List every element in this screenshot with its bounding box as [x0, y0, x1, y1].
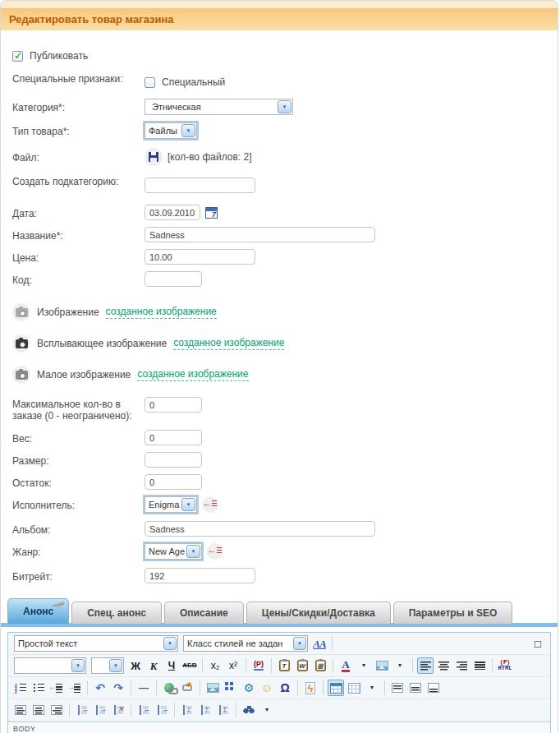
background-color-icon[interactable]	[374, 657, 390, 674]
image-chip[interactable]	[12, 303, 30, 321]
element-path-bar[interactable]: BODY	[8, 721, 550, 733]
html-source-icon[interactable]: (P)HTML	[497, 657, 513, 674]
cell-align-left-icon[interactable]	[12, 702, 29, 718]
chevron-down-icon[interactable]	[186, 545, 200, 558]
chevron-down-icon[interactable]	[181, 124, 195, 137]
popup-image-chip[interactable]	[12, 334, 30, 353]
settings-icon[interactable]: ⚙	[241, 680, 257, 696]
chevron-down-icon[interactable]	[71, 659, 85, 672]
split-cell-icon[interactable]	[215, 702, 232, 718]
font-dialog-icon[interactable]: AA	[311, 635, 328, 652]
redo-icon[interactable]: ↷	[110, 680, 126, 696]
unordered-list-icon[interactable]	[30, 680, 47, 696]
find-dropdown-icon[interactable]: ▾	[259, 702, 275, 718]
cell-align-center-icon[interactable]	[30, 702, 47, 718]
font-size-select[interactable]	[91, 657, 124, 674]
insert-table-icon[interactable]	[328, 680, 344, 696]
subcategory-input[interactable]	[145, 177, 255, 193]
cell-valign-top-icon[interactable]	[389, 680, 406, 696]
horizontal-rule-icon[interactable]: —	[135, 680, 152, 696]
size-input[interactable]	[145, 452, 202, 468]
underline-icon[interactable]: Ч	[163, 657, 180, 674]
add-genre-chip[interactable]	[207, 543, 223, 560]
bold-icon[interactable]: Ж	[127, 657, 144, 674]
image-created-link[interactable]: созданное изображение	[106, 306, 217, 319]
file-chip[interactable]	[145, 148, 163, 166]
indent-icon[interactable]	[67, 680, 83, 696]
small-image-chip[interactable]	[12, 366, 30, 384]
insert-link-icon[interactable]	[161, 680, 177, 696]
chevron-down-icon[interactable]	[109, 659, 122, 672]
paragraph-format-select[interactable]: Простой текст	[14, 635, 178, 652]
tab-prices-discounts-delivery[interactable]: Цены/Скидки/Доставка	[246, 602, 391, 624]
genre-select[interactable]: New Age	[145, 543, 202, 560]
text-color-icon[interactable]: A	[337, 657, 354, 674]
merge-cells-down-icon[interactable]	[179, 702, 195, 718]
artist-select[interactable]: Enigma	[145, 496, 197, 513]
maximize-editor-icon[interactable]: □	[530, 635, 546, 652]
background-color-dropdown-icon[interactable]: ▾	[392, 657, 408, 674]
font-family-select[interactable]	[14, 657, 86, 674]
tab-params-seo[interactable]: Параметры и SEO	[393, 602, 513, 624]
publish-checkbox[interactable]	[12, 51, 23, 62]
insert-column-before-icon[interactable]	[135, 702, 152, 718]
paste-icon[interactable]	[312, 657, 328, 674]
cell-align-right-icon[interactable]	[48, 702, 65, 718]
special-checkbox[interactable]	[145, 77, 155, 88]
tab-description[interactable]: Описание	[164, 602, 244, 624]
cleanup-html-icon[interactable]: (P)	[250, 657, 267, 674]
insert-column-after-icon[interactable]	[154, 702, 170, 718]
tab-spec-anons[interactable]: Спец. анонс	[71, 602, 162, 624]
paste-plain-text-icon[interactable]	[276, 657, 292, 674]
merge-cells-up-icon[interactable]	[197, 702, 213, 718]
category-select[interactable]: Этническая	[145, 99, 293, 115]
outdent-icon[interactable]	[48, 680, 65, 696]
align-justify-icon[interactable]	[471, 657, 488, 674]
find-replace-icon[interactable]	[241, 702, 257, 718]
special-char-icon[interactable]: Ω	[277, 680, 293, 696]
bitrate-input[interactable]	[145, 568, 255, 583]
max-qty-input[interactable]	[145, 397, 202, 413]
insert-image-icon[interactable]	[204, 680, 221, 696]
align-left-icon[interactable]	[417, 657, 434, 674]
undo-icon[interactable]: ↶	[92, 680, 108, 696]
code-input[interactable]	[145, 271, 202, 287]
chevron-down-icon[interactable]	[163, 637, 177, 650]
chevron-down-icon[interactable]	[278, 100, 291, 113]
remove-link-icon[interactable]	[179, 680, 195, 696]
smiley-icon[interactable]: ☺	[259, 680, 275, 696]
insert-gallery-icon[interactable]	[223, 680, 239, 696]
superscript-icon[interactable]: x²	[225, 657, 241, 674]
cell-valign-bottom-icon[interactable]	[425, 680, 442, 696]
calendar-icon[interactable]	[205, 207, 218, 219]
subscript-icon[interactable]: x₂	[207, 657, 223, 674]
align-right-icon[interactable]	[453, 657, 470, 674]
add-artist-chip[interactable]	[202, 496, 218, 513]
popup-image-created-link[interactable]: созданное изображение	[173, 337, 284, 350]
italic-icon[interactable]: K	[145, 657, 162, 674]
pushpin-icon[interactable]	[56, 601, 65, 607]
insert-flash-icon[interactable]: ϟ	[302, 680, 319, 696]
product-type-select[interactable]: Файлы	[145, 122, 197, 139]
strikethrough-icon[interactable]: АБВ	[181, 657, 198, 674]
text-color-dropdown-icon[interactable]: ▾	[356, 657, 372, 674]
weight-input[interactable]	[145, 430, 202, 445]
small-image-created-link[interactable]: созданное изображение	[137, 368, 248, 381]
delete-row-icon[interactable]	[110, 702, 126, 718]
album-input[interactable]	[145, 521, 375, 537]
ordered-list-icon[interactable]	[12, 680, 29, 696]
product-name-input[interactable]	[145, 227, 375, 242]
insert-row-before-icon[interactable]	[74, 702, 90, 718]
chevron-down-icon[interactable]	[293, 637, 306, 650]
table-dropdown-icon[interactable]: ▾	[364, 680, 380, 696]
chevron-down-icon[interactable]	[181, 498, 195, 511]
element-path-body[interactable]: BODY	[13, 725, 36, 733]
style-class-select[interactable]: Класс стилей не задан	[183, 635, 308, 652]
paste-from-word-icon[interactable]	[294, 657, 310, 674]
stock-input[interactable]	[145, 474, 202, 490]
date-input[interactable]	[145, 205, 200, 220]
align-center-icon[interactable]	[435, 657, 452, 674]
price-input[interactable]	[145, 249, 255, 265]
insert-row-after-icon[interactable]	[92, 702, 108, 718]
table-properties-icon[interactable]	[346, 680, 362, 696]
